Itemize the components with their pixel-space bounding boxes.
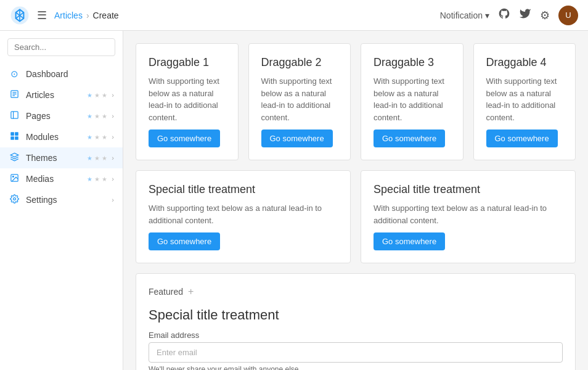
svg-rect-11 [15,132,18,136]
medias-icon [9,173,20,184]
go-somewhere-button-3[interactable]: Go somewhere [374,130,445,147]
draggable-cards-grid: Draggable 1 With supporting text below a… [136,43,576,160]
search-input[interactable] [7,38,115,56]
themes-icon [9,152,20,163]
card-title: Draggable 4 [486,56,563,69]
github-icon[interactable] [498,7,510,23]
chevron-right-icon: › [112,154,114,162]
chevron-right-icon: › [112,91,114,99]
card-title: Draggable 1 [149,56,226,69]
featured-label: Featured [149,287,183,297]
star-icon-2: ★ [94,113,100,120]
top-navigation: ☰ Articles › Create Notification ▾ ⚙ U [0,0,588,31]
draggable-card-4: Draggable 4 With supporting text below a… [473,43,576,160]
pages-icon [9,110,20,121]
main-content: Draggable 1 With supporting text below a… [123,31,588,370]
go-somewhere-button-4[interactable]: Go somewhere [486,130,558,147]
chevron-right-icon: › [112,112,114,120]
breadcrumb-separator: › [86,10,89,20]
featured-header: Featured + [149,286,563,297]
dashboard-icon: ⊙ [9,68,20,80]
draggable-card-1: Draggable 1 With supporting text below a… [136,43,239,160]
svg-rect-12 [10,136,14,140]
draggable-card-2: Draggable 2 With supporting text below a… [248,43,351,160]
email-input[interactable] [149,342,563,363]
wide-card-text: With supporting text below as a natural … [374,202,563,226]
sidebar-item-settings[interactable]: Settings › [0,189,123,210]
svg-point-15 [12,176,14,177]
card-text: With supporting text below as a natural … [486,75,563,123]
topnav-right: Notification ▾ ⚙ U [440,6,578,25]
sidebar-item-themes[interactable]: Themes ★ ★ ★ › [0,147,123,168]
wide-card-2: Special title treatment With supporting … [361,170,576,263]
topnav-left: ☰ Articles › Create [10,6,119,25]
wide-card-title: Special title treatment [374,183,563,196]
chevron-right-icon: › [112,133,114,141]
card-title: Draggable 3 [374,56,451,69]
star-icon-1: ★ [87,92,92,99]
sidebar-item-pages[interactable]: Pages ★ ★ ★ › [0,105,123,126]
wide-card-text: With supporting text below as a natural … [149,202,338,226]
go-somewhere-button-2[interactable]: Go somewhere [261,130,333,147]
star-icon-3: ★ [102,134,107,141]
twitter-icon[interactable] [519,7,531,23]
sidebar-item-label: Pages [26,111,51,121]
wide-card-1: Special title treatment With supporting … [136,170,351,263]
featured-section: Featured + Special title treatment Email… [136,273,576,370]
featured-form-title: Special title treatment [149,307,563,323]
star-icon-3: ★ [102,176,107,183]
wide-card-title: Special title treatment [149,183,338,196]
star-icon-2: ★ [94,92,100,99]
sidebar-item-dashboard[interactable]: ⊙ Dashboard [0,64,123,84]
sidebar-item-articles[interactable]: Articles ★ ★ ★ › [0,84,123,105]
svg-point-16 [13,198,15,200]
sidebar-item-label: Medias [26,174,54,184]
star-icon-1: ★ [87,155,92,162]
wide-go-somewhere-button-1[interactable]: Go somewhere [149,232,220,250]
breadcrumb-current: Create [93,10,119,20]
hamburger-menu-icon[interactable]: ☰ [37,9,47,22]
sidebar-item-modules[interactable]: Modules ★ ★ ★ › [0,126,123,147]
user-avatar[interactable]: U [558,6,578,25]
star-icon-3: ★ [102,92,107,99]
wide-cards-grid: Special title treatment With supporting … [136,170,576,263]
star-icon-1: ★ [87,176,92,183]
sidebar-item-label: Modules [26,132,59,142]
breadcrumb-parent[interactable]: Articles [54,10,83,20]
star-icon-1: ★ [87,134,92,141]
star-icon-3: ★ [102,155,107,162]
chevron-right-icon: › [112,175,114,183]
settings-icon [9,194,20,205]
card-title: Draggable 2 [261,56,338,69]
featured-add-button[interactable]: + [188,286,194,297]
sidebar-item-label: Themes [26,153,57,163]
wide-go-somewhere-button-2[interactable]: Go somewhere [374,232,445,250]
star-icon-2: ★ [94,155,100,162]
star-icon-2: ★ [94,134,100,141]
star-icon-2: ★ [94,176,100,183]
svg-rect-10 [10,132,14,136]
star-icon-3: ★ [102,113,107,120]
go-somewhere-button-1[interactable]: Go somewhere [149,130,220,147]
sidebar-item-medias[interactable]: Medias ★ ★ ★ › [0,168,123,189]
notification-button[interactable]: Notification ▾ [440,10,489,20]
sidebar-item-label: Dashboard [26,69,68,79]
modules-icon [9,131,20,142]
sidebar-item-label: Settings [26,195,57,205]
articles-icon [9,89,20,101]
svg-rect-13 [15,136,18,140]
card-text: With supporting text below as a natural … [149,75,226,123]
app-logo[interactable] [10,6,30,25]
card-text: With supporting text below as a natural … [261,75,338,123]
settings-icon[interactable]: ⚙ [540,9,550,22]
email-form-group: Email address We'll never share your ema… [149,331,563,370]
breadcrumb: Articles › Create [54,10,119,20]
draggable-card-3: Draggable 3 With supporting text below a… [361,43,463,160]
chevron-right-icon: › [112,196,114,204]
app-layout: ⊙ Dashboard Articles ★ ★ ★ › [0,31,588,370]
svg-rect-8 [10,112,17,118]
email-label: Email address [149,331,563,340]
sidebar: ⊙ Dashboard Articles ★ ★ ★ › [0,31,123,370]
email-hint: We'll never share your email with anyone… [149,365,563,370]
card-text: With supporting text below as a natural … [374,75,451,123]
